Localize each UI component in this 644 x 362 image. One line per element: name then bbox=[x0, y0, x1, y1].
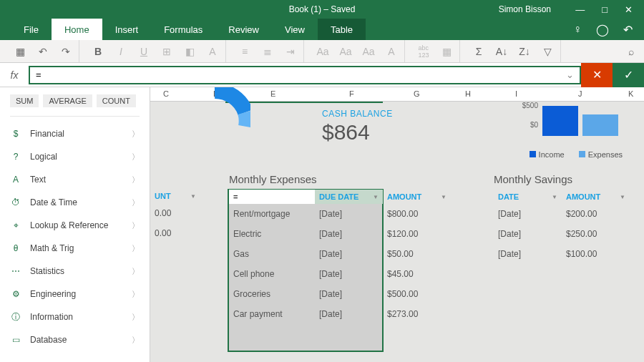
filter-icon[interactable]: ▼ bbox=[441, 194, 447, 200]
category-math-trig[interactable]: θMath & Trig〉 bbox=[0, 237, 150, 260]
expenses-title: Monthly Expenses bbox=[229, 173, 458, 185]
sort-desc-button[interactable]: Z↓ bbox=[517, 44, 532, 59]
tab-home[interactable]: Home bbox=[52, 19, 102, 40]
category-database[interactable]: ▭Database〉 bbox=[0, 328, 150, 351]
table-row[interactable]: Rent/mortgage[Date]$800.00 bbox=[229, 204, 458, 224]
chip-average[interactable]: AVERAGE bbox=[43, 94, 92, 107]
italic-button[interactable]: I bbox=[114, 44, 128, 59]
category-label: Information bbox=[30, 312, 73, 322]
lightbulb-icon[interactable]: ♀ bbox=[573, 23, 582, 36]
tab-formulas[interactable]: Formulas bbox=[151, 19, 215, 40]
minimize-icon[interactable]: — bbox=[575, 4, 585, 15]
case-button[interactable]: Aa bbox=[361, 44, 376, 59]
user-name[interactable]: Simon Bisson bbox=[499, 4, 551, 14]
donut-chart bbox=[179, 87, 250, 159]
spreadsheet[interactable]: C D E F G H I J K CASH BALANCE $864 $500 bbox=[150, 87, 644, 362]
tab-file[interactable]: File bbox=[11, 19, 52, 40]
tab-insert[interactable]: Insert bbox=[102, 19, 152, 40]
category-lookup-reference[interactable]: ⌖Lookup & Reference〉 bbox=[0, 214, 150, 237]
chevron-right-icon: 〉 bbox=[132, 312, 140, 323]
undo-button[interactable]: ↶ bbox=[36, 44, 50, 59]
chevron-right-icon: 〉 bbox=[132, 197, 140, 208]
filter-icon[interactable]: ▼ bbox=[552, 194, 557, 200]
filter-icon[interactable]: ▼ bbox=[373, 194, 379, 200]
redo-button[interactable]: ↷ bbox=[59, 44, 73, 59]
border-button[interactable]: ⊞ bbox=[160, 44, 174, 59]
cell-styles-button[interactable]: ▦ bbox=[439, 44, 454, 59]
close-icon[interactable]: ✕ bbox=[625, 4, 633, 15]
chevron-right-icon: 〉 bbox=[132, 175, 140, 185]
table-row[interactable]: Electric[Date]$120.00 bbox=[229, 224, 458, 244]
wrap-text-button[interactable]: ⇥ bbox=[283, 44, 298, 59]
cash-balance: CASH BALANCE $864 bbox=[322, 109, 393, 145]
document-title: Book (1) – Saved bbox=[289, 4, 356, 14]
ribbon: ▦ ↶ ↷ B I U ⊞ ◧ A ≡ ≣ ⇥ Aa Aa Aa A abc12… bbox=[0, 40, 644, 63]
formula-accept-button[interactable]: ✓ bbox=[613, 63, 644, 87]
chevron-down-icon[interactable]: ⌄ bbox=[566, 69, 574, 80]
chevron-right-icon: 〉 bbox=[132, 289, 140, 300]
category-engineering[interactable]: ⚙Engineering〉 bbox=[0, 283, 150, 305]
category-label: Database bbox=[30, 335, 67, 345]
tab-view[interactable]: View bbox=[272, 19, 318, 40]
filter-button[interactable]: ▽ bbox=[540, 44, 555, 59]
maximize-icon[interactable]: □ bbox=[602, 4, 608, 15]
chip-sum[interactable]: SUM bbox=[10, 94, 39, 107]
chevron-right-icon: 〉 bbox=[132, 335, 140, 346]
category-logical[interactable]: ?Logical〉 bbox=[0, 145, 150, 168]
account-icon[interactable]: ◯ bbox=[596, 23, 609, 36]
chevron-right-icon: 〉 bbox=[132, 220, 140, 231]
table-row[interactable]: Groceries[Date]$500.00 bbox=[229, 284, 458, 304]
tab-table[interactable]: Table bbox=[318, 19, 366, 40]
category-icon: ▭ bbox=[10, 334, 21, 346]
sum-button[interactable]: Σ bbox=[472, 44, 486, 59]
bold-button[interactable]: B bbox=[91, 44, 105, 59]
category-label: Text bbox=[30, 175, 46, 185]
number-format-button[interactable]: abc123 bbox=[416, 44, 431, 59]
category-financial[interactable]: $Financial〉 bbox=[0, 122, 150, 145]
category-label: Lookup & Reference bbox=[30, 220, 108, 230]
chevron-right-icon: 〉 bbox=[132, 129, 140, 140]
tab-review[interactable]: Review bbox=[215, 19, 272, 40]
category-icon: θ bbox=[10, 243, 21, 254]
chevron-right-icon: 〉 bbox=[132, 243, 140, 254]
font-size-button[interactable]: Aa bbox=[316, 44, 330, 59]
filter-icon[interactable]: ▼ bbox=[620, 194, 625, 200]
category-label: Math & Trig bbox=[30, 243, 74, 253]
category-icon: ? bbox=[10, 151, 21, 162]
savings-title: Monthly Savings bbox=[494, 173, 637, 185]
table-row[interactable]: Gas[Date]$50.00 bbox=[229, 244, 458, 264]
category-date-time[interactable]: ⏱Date & Time〉 bbox=[0, 191, 150, 214]
chip-count[interactable]: COUNT bbox=[97, 94, 136, 107]
category-icon: ⌖ bbox=[10, 220, 21, 231]
sort-asc-button[interactable]: A↓ bbox=[494, 44, 509, 59]
fill-color-button[interactable]: ◧ bbox=[182, 44, 197, 59]
category-label: Date & Time bbox=[30, 197, 77, 207]
function-sidebar: SUM AVERAGE COUNT $Financial〉?Logical〉AT… bbox=[0, 87, 150, 362]
fx-label: fx bbox=[0, 69, 29, 81]
category-text[interactable]: AText〉 bbox=[0, 168, 150, 191]
category-icon: ⓘ bbox=[10, 311, 21, 323]
table-row[interactable]: [Date]$250.00 bbox=[494, 224, 637, 244]
font-color-button[interactable]: A bbox=[205, 44, 220, 59]
filter-icon[interactable]: ▼ bbox=[190, 193, 196, 200]
table-row[interactable]: [Date]$200.00 bbox=[494, 204, 637, 224]
formula-cancel-button[interactable]: ✕ bbox=[581, 63, 613, 87]
formula-input[interactable]: = ⌄ bbox=[29, 66, 581, 84]
category-icon: $ bbox=[10, 128, 21, 140]
editing-cell[interactable]: = bbox=[229, 190, 315, 204]
font-button[interactable]: Aa bbox=[338, 44, 353, 59]
category-information[interactable]: ⓘInformation〉 bbox=[0, 305, 150, 328]
underline-button[interactable]: U bbox=[137, 44, 151, 59]
align-center-button[interactable]: ≣ bbox=[260, 44, 275, 59]
undo-icon[interactable]: ↶ bbox=[623, 23, 633, 36]
table-row[interactable]: Cell phone[Date]$45.00 bbox=[229, 264, 458, 284]
table-row[interactable]: Car payment[Date]$273.00 bbox=[229, 304, 458, 324]
search-button[interactable]: ⌕ bbox=[624, 44, 638, 59]
table-button[interactable]: ▦ bbox=[13, 44, 27, 59]
category-label: Financial bbox=[30, 129, 64, 139]
clear-format-button[interactable]: A bbox=[384, 44, 399, 59]
align-left-button[interactable]: ≡ bbox=[238, 44, 252, 59]
category-statistics[interactable]: ⋯Statistics〉 bbox=[0, 260, 150, 283]
ribbon-tabs: File Home Insert Formulas Review View Ta… bbox=[0, 19, 644, 40]
table-row[interactable]: [Date]$100.00 bbox=[494, 244, 637, 264]
